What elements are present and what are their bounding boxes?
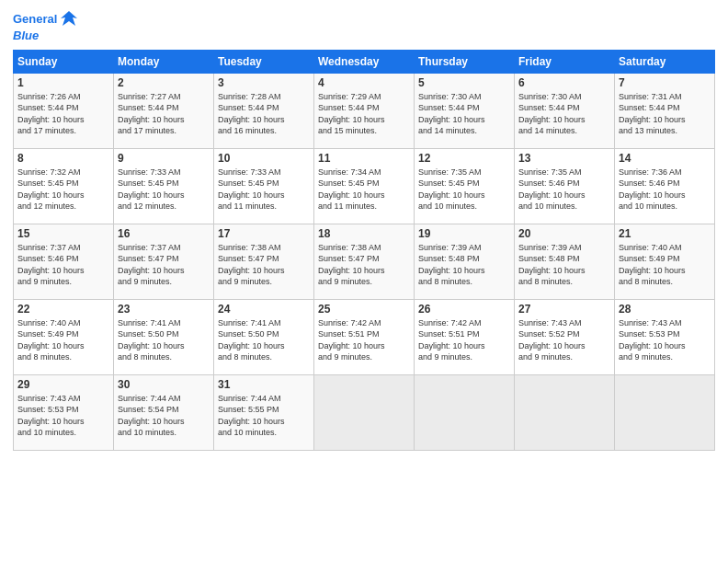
day-detail: Sunrise: 7:37 AM Sunset: 5:47 PM Dayligh… (118, 242, 210, 287)
calendar-day: 13Sunrise: 7:35 AM Sunset: 5:46 PM Dayli… (515, 149, 615, 224)
day-number: 12 (418, 152, 510, 165)
day-detail: Sunrise: 7:27 AM Sunset: 5:44 PM Dayligh… (118, 91, 210, 136)
day-detail: Sunrise: 7:40 AM Sunset: 5:49 PM Dayligh… (619, 242, 711, 287)
calendar-day: 15Sunrise: 7:37 AM Sunset: 5:46 PM Dayli… (14, 224, 114, 300)
day-detail: Sunrise: 7:42 AM Sunset: 5:51 PM Dayligh… (318, 317, 410, 362)
calendar-day: 1Sunrise: 7:26 AM Sunset: 5:44 PM Daylig… (14, 74, 114, 149)
day-number: 15 (17, 227, 109, 240)
day-detail: Sunrise: 7:30 AM Sunset: 5:44 PM Dayligh… (418, 91, 510, 136)
day-number: 5 (418, 76, 510, 89)
day-number: 18 (318, 227, 410, 240)
day-detail: Sunrise: 7:33 AM Sunset: 5:45 PM Dayligh… (218, 167, 310, 212)
calendar-day (515, 375, 615, 451)
calendar-day: 29Sunrise: 7:43 AM Sunset: 5:53 PM Dayli… (14, 375, 114, 451)
page-container: General Blue SundayMondayTuesdayWednesda… (0, 0, 728, 460)
logo-text: General (13, 13, 57, 26)
weekday-header-friday: Friday (515, 51, 615, 74)
day-number: 2 (118, 76, 210, 89)
calendar-day: 31Sunrise: 7:44 AM Sunset: 5:55 PM Dayli… (214, 375, 314, 451)
day-number: 21 (619, 227, 711, 240)
calendar-header-row: SundayMondayTuesdayWednesdayThursdayFrid… (14, 51, 715, 74)
logo-blue-text: Blue (13, 29, 39, 42)
day-detail: Sunrise: 7:35 AM Sunset: 5:45 PM Dayligh… (418, 167, 510, 212)
calendar-day: 4Sunrise: 7:29 AM Sunset: 5:44 PM Daylig… (314, 74, 415, 149)
calendar-day: 25Sunrise: 7:42 AM Sunset: 5:51 PM Dayli… (314, 300, 415, 375)
calendar-day: 27Sunrise: 7:43 AM Sunset: 5:52 PM Dayli… (515, 300, 615, 375)
calendar-day: 21Sunrise: 7:40 AM Sunset: 5:49 PM Dayli… (615, 224, 715, 300)
day-detail: Sunrise: 7:44 AM Sunset: 5:55 PM Dayligh… (218, 393, 310, 438)
day-detail: Sunrise: 7:43 AM Sunset: 5:52 PM Dayligh… (518, 317, 610, 362)
day-number: 11 (318, 152, 410, 165)
day-detail: Sunrise: 7:34 AM Sunset: 5:45 PM Dayligh… (318, 167, 410, 212)
day-detail: Sunrise: 7:30 AM Sunset: 5:44 PM Dayligh… (518, 91, 610, 136)
day-number: 8 (17, 152, 109, 165)
weekday-header-saturday: Saturday (615, 51, 715, 74)
day-number: 29 (17, 378, 109, 391)
day-detail: Sunrise: 7:44 AM Sunset: 5:54 PM Dayligh… (118, 393, 210, 438)
day-detail: Sunrise: 7:26 AM Sunset: 5:44 PM Dayligh… (17, 91, 109, 136)
day-number: 19 (418, 227, 510, 240)
calendar-day: 12Sunrise: 7:35 AM Sunset: 5:45 PM Dayli… (415, 149, 515, 224)
calendar-day (314, 375, 415, 451)
day-number: 13 (518, 152, 610, 165)
day-detail: Sunrise: 7:37 AM Sunset: 5:46 PM Dayligh… (17, 242, 109, 287)
day-detail: Sunrise: 7:42 AM Sunset: 5:51 PM Dayligh… (418, 317, 510, 362)
day-number: 26 (418, 303, 510, 316)
calendar-day: 14Sunrise: 7:36 AM Sunset: 5:46 PM Dayli… (615, 149, 715, 224)
calendar-day: 28Sunrise: 7:43 AM Sunset: 5:53 PM Dayli… (615, 300, 715, 375)
day-number: 31 (218, 378, 310, 391)
calendar-day: 11Sunrise: 7:34 AM Sunset: 5:45 PM Dayli… (314, 149, 415, 224)
day-number: 1 (17, 76, 109, 89)
calendar-week-1: 1Sunrise: 7:26 AM Sunset: 5:44 PM Daylig… (14, 74, 715, 149)
day-number: 9 (118, 152, 210, 165)
day-number: 27 (518, 303, 610, 316)
day-detail: Sunrise: 7:41 AM Sunset: 5:50 PM Dayligh… (218, 317, 310, 362)
calendar-day: 2Sunrise: 7:27 AM Sunset: 5:44 PM Daylig… (114, 74, 214, 149)
calendar-day: 18Sunrise: 7:38 AM Sunset: 5:47 PM Dayli… (314, 224, 415, 300)
day-number: 10 (218, 152, 310, 165)
calendar-day: 10Sunrise: 7:33 AM Sunset: 5:45 PM Dayli… (214, 149, 314, 224)
calendar-week-2: 8Sunrise: 7:32 AM Sunset: 5:45 PM Daylig… (14, 149, 715, 224)
day-number: 30 (118, 378, 210, 391)
day-detail: Sunrise: 7:41 AM Sunset: 5:50 PM Dayligh… (118, 317, 210, 362)
day-detail: Sunrise: 7:31 AM Sunset: 5:44 PM Dayligh… (619, 91, 711, 136)
calendar-table: SundayMondayTuesdayWednesdayThursdayFrid… (13, 50, 715, 451)
header: General Blue (13, 9, 715, 42)
day-detail: Sunrise: 7:43 AM Sunset: 5:53 PM Dayligh… (17, 393, 109, 438)
calendar-day (615, 375, 715, 451)
day-detail: Sunrise: 7:35 AM Sunset: 5:46 PM Dayligh… (518, 167, 610, 212)
day-number: 3 (218, 76, 310, 89)
day-detail: Sunrise: 7:43 AM Sunset: 5:53 PM Dayligh… (619, 317, 711, 362)
calendar-day: 17Sunrise: 7:38 AM Sunset: 5:47 PM Dayli… (214, 224, 314, 300)
logo: General Blue (13, 9, 79, 42)
day-number: 17 (218, 227, 310, 240)
weekday-header-wednesday: Wednesday (314, 51, 415, 74)
day-number: 4 (318, 76, 410, 89)
calendar-week-4: 22Sunrise: 7:40 AM Sunset: 5:49 PM Dayli… (14, 300, 715, 375)
weekday-header-sunday: Sunday (14, 51, 114, 74)
calendar-day: 9Sunrise: 7:33 AM Sunset: 5:45 PM Daylig… (114, 149, 214, 224)
calendar-day: 3Sunrise: 7:28 AM Sunset: 5:44 PM Daylig… (214, 74, 314, 149)
day-number: 7 (619, 76, 711, 89)
day-detail: Sunrise: 7:32 AM Sunset: 5:45 PM Dayligh… (17, 167, 109, 212)
svg-marker-0 (61, 11, 77, 26)
day-detail: Sunrise: 7:36 AM Sunset: 5:46 PM Dayligh… (619, 167, 711, 212)
calendar-week-3: 15Sunrise: 7:37 AM Sunset: 5:46 PM Dayli… (14, 224, 715, 300)
day-number: 22 (17, 303, 109, 316)
day-detail: Sunrise: 7:39 AM Sunset: 5:48 PM Dayligh… (518, 242, 610, 287)
calendar-day: 19Sunrise: 7:39 AM Sunset: 5:48 PM Dayli… (415, 224, 515, 300)
day-number: 23 (118, 303, 210, 316)
calendar-day: 5Sunrise: 7:30 AM Sunset: 5:44 PM Daylig… (415, 74, 515, 149)
day-number: 20 (518, 227, 610, 240)
weekday-header-thursday: Thursday (415, 51, 515, 74)
day-detail: Sunrise: 7:29 AM Sunset: 5:44 PM Dayligh… (318, 91, 410, 136)
calendar-body: 1Sunrise: 7:26 AM Sunset: 5:44 PM Daylig… (14, 74, 715, 451)
weekday-header-tuesday: Tuesday (214, 51, 314, 74)
day-detail: Sunrise: 7:39 AM Sunset: 5:48 PM Dayligh… (418, 242, 510, 287)
calendar-day: 7Sunrise: 7:31 AM Sunset: 5:44 PM Daylig… (615, 74, 715, 149)
calendar-week-5: 29Sunrise: 7:43 AM Sunset: 5:53 PM Dayli… (14, 375, 715, 451)
day-detail: Sunrise: 7:38 AM Sunset: 5:47 PM Dayligh… (218, 242, 310, 287)
day-number: 25 (318, 303, 410, 316)
day-detail: Sunrise: 7:38 AM Sunset: 5:47 PM Dayligh… (318, 242, 410, 287)
calendar-day: 22Sunrise: 7:40 AM Sunset: 5:49 PM Dayli… (14, 300, 114, 375)
